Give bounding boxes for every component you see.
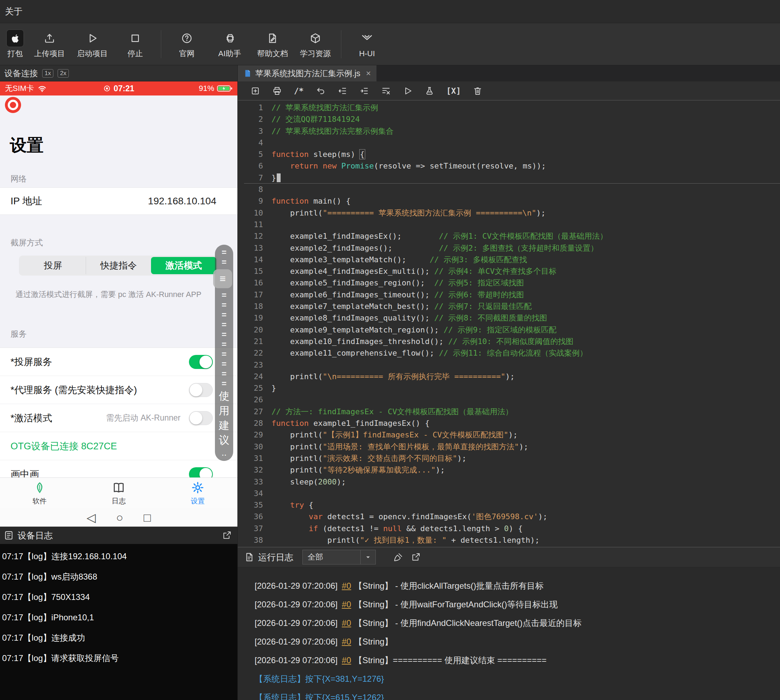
tab-close-icon[interactable]: ×: [366, 68, 371, 78]
log-message: - 使用findAndClickNearestTarget()点击最近的目标: [393, 618, 581, 628]
device-screen-mirror[interactable]: 无SIM卡 07:21 91% 设置 网络 IP 地址 192.168.10.1…: [0, 82, 237, 527]
editor-tab[interactable]: 苹果系统找图方法汇集示例.js ×: [238, 65, 376, 82]
log-time: [2026-01-29 07:20:06]: [255, 618, 337, 628]
code-text: example4_findImagesEx_multi(); // 示例4: 单…: [263, 265, 557, 277]
recents-button[interactable]: □: [144, 512, 151, 523]
home-button[interactable]: ○: [116, 512, 124, 523]
code-text: function example1_findImagesEx() {: [263, 417, 429, 429]
new-file-icon[interactable]: [251, 86, 260, 96]
wifi-icon: [37, 84, 47, 93]
website-button[interactable]: 官网: [165, 30, 208, 59]
code-editor[interactable]: 1// 苹果系统找图方法汇集示例2// 交流QQ群7118419243// 苹果…: [238, 100, 780, 547]
log-time: [2026-01-29 07:20:06]: [255, 581, 337, 590]
settings-row-mirror-service[interactable]: *投屏服务: [0, 348, 237, 376]
zoom-1x-button[interactable]: 1x: [42, 69, 53, 78]
segment-cast[interactable]: 投屏: [20, 257, 86, 274]
line-number: 10: [244, 207, 263, 219]
drag-mark: =: [222, 300, 227, 310]
code-text: example9_templateMatch_region(); // 示例9:…: [263, 324, 557, 336]
run-icon[interactable]: [403, 86, 413, 96]
device-log-expand-icon[interactable]: [222, 530, 232, 540]
clear-format-icon[interactable]: [381, 86, 391, 96]
settings-row-activate-mode[interactable]: *激活模式需先启动 AK-Runner: [0, 404, 237, 432]
drag-mark: =: [222, 379, 227, 388]
code-text: example6_findImages_timeout(); // 示例6: 带…: [263, 289, 524, 300]
stop-button[interactable]: 停止: [114, 30, 157, 59]
log-type: 【String】: [354, 581, 393, 590]
code-line: 11: [244, 219, 780, 230]
app-window: 关于 打包上传项目启动项目停止官网AI助手帮助文档学习资源H-UI 设备连接 1…: [0, 0, 780, 700]
flask-icon[interactable]: [424, 86, 434, 96]
code-line: 10 printl("========== 苹果系统找图方法汇集示例 =====…: [244, 207, 780, 219]
log-filter-caret-button[interactable]: [360, 550, 376, 564]
ai-assistant-button[interactable]: AI助手: [208, 30, 251, 59]
toolbar-separator: [341, 30, 341, 58]
ios-status-bar: 无SIM卡 07:21 91%: [0, 82, 237, 95]
toolbar-label: H-UI: [359, 49, 375, 58]
code-line: 5function sleep(ms) {: [244, 148, 780, 160]
line-number: 2: [244, 113, 263, 125]
settings-row-proxy-service[interactable]: *代理服务 (需先安装快捷指令): [0, 376, 237, 404]
help-docs-button[interactable]: 帮助文档: [251, 30, 294, 59]
h-ui-button[interactable]: H-UI: [346, 30, 388, 58]
code-line: 8: [244, 183, 780, 195]
trash-icon[interactable]: [473, 86, 483, 96]
undo-icon[interactable]: [316, 86, 326, 96]
tab-logs[interactable]: 日志: [112, 481, 126, 506]
log-filter-dropdown[interactable]: 全部: [302, 550, 376, 565]
code-line: 37 if (detects1 != null && detects1.leng…: [244, 523, 780, 534]
menu-about[interactable]: 关于: [5, 6, 22, 17]
upload-project-button[interactable]: 上传项目: [28, 30, 71, 59]
device-log-list[interactable]: 07:17【log】连接192.168.10.10407:17【log】ws启动…: [0, 544, 237, 700]
format-comment-icon[interactable]: /*: [294, 86, 304, 96]
line-number: 4: [244, 137, 263, 148]
settings-row-label: *激活模式: [10, 412, 52, 425]
line-number: 27: [244, 406, 263, 417]
line-number: 19: [244, 312, 263, 324]
play-outline-icon: [87, 30, 99, 47]
toggle-proxy-service[interactable]: [189, 383, 213, 397]
float-knob[interactable]: ≡: [213, 269, 232, 288]
toggle-mirror-service[interactable]: [189, 355, 213, 369]
code-text: example3_templateMatch(); // 示例3: 多模板匹配查…: [263, 254, 527, 265]
code-line: 15 example4_findImagesEx_multi(); // 示例4…: [244, 265, 780, 277]
code-line: 9function main() {: [244, 195, 780, 207]
print-icon[interactable]: [272, 86, 282, 96]
learning-resources-button[interactable]: 学习资源: [294, 30, 337, 59]
tab-settings[interactable]: 设置: [191, 481, 205, 506]
code-line: 25}: [244, 382, 780, 394]
clear-log-broom-icon[interactable]: [393, 552, 403, 562]
code-line: 30 printl("适用场景: 查找单个图片模板，最简单直接的找图方法");: [244, 441, 780, 453]
battery-charging-icon: [217, 85, 232, 92]
indent-icon[interactable]: [359, 86, 369, 96]
package-button[interactable]: 打包: [2, 30, 28, 59]
floating-suggestion-bar[interactable]: ==≡==========使用建议..: [215, 245, 233, 461]
screen-record-button[interactable]: [5, 97, 21, 113]
run-log-list[interactable]: [2026-01-29 07:20:06]#0【String】 - 使用clic…: [238, 567, 780, 700]
back-button[interactable]: ◁: [87, 512, 95, 523]
line-number: 1: [244, 102, 263, 113]
toggle-activate-mode[interactable]: [189, 411, 213, 425]
run-log-entry: [2026-01-29 07:20:06]#0【String】 - 使用clic…: [255, 577, 780, 595]
segment-shortcut[interactable]: 快捷指令: [86, 257, 151, 274]
outdent-icon[interactable]: [337, 86, 347, 96]
device-log-entry: 07:17【log】iPhone10,1: [2, 607, 237, 628]
line-number: 26: [244, 394, 263, 405]
capture-hint-text: 通过激活模式进行截屏，需要 pc 激活 AK-Runner APP: [15, 289, 201, 300]
log-message: - 使用clickAllTargets()批量点击所有目标: [393, 581, 544, 590]
settings-row-otg-status[interactable]: OTG设备已连接 8C27CE: [0, 432, 237, 460]
ip-address-row[interactable]: IP 地址 192.168.10.104: [0, 187, 237, 215]
tab-software[interactable]: 软件: [33, 481, 47, 506]
code-text: }: [263, 382, 276, 394]
x-tag-icon[interactable]: [X]: [446, 86, 461, 96]
code-text: example7_templateMatch_best(); // 示例7: 只…: [263, 300, 532, 312]
log-filter-value: 全部: [303, 550, 360, 564]
log-time: [2026-01-29 07:20:06]: [255, 637, 337, 646]
segment-activate[interactable]: 激活模式: [151, 257, 216, 274]
capture-section-label: 截屏方式: [10, 237, 43, 248]
run-log-expand-icon[interactable]: [411, 552, 421, 562]
line-number: 12: [244, 230, 263, 242]
zoom-2x-button[interactable]: 2x: [58, 69, 69, 78]
code-text: printl("演示效果: 交替点击两个不同的目标");: [263, 453, 466, 464]
start-project-button[interactable]: 启动项目: [71, 30, 114, 59]
